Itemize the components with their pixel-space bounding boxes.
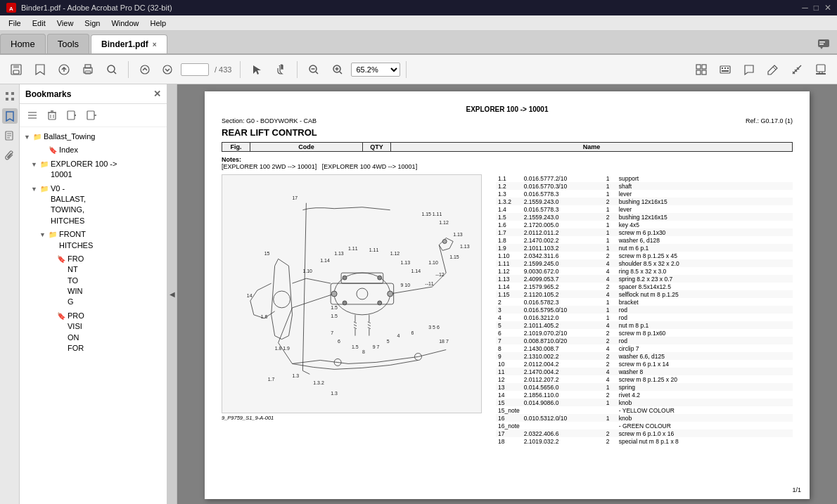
bookmark-item-provision[interactable]: 🔖 PROVISIONFOR [20, 309, 167, 356]
part-fig: 15_note [496, 406, 522, 414]
menu-window[interactable]: Window [106, 18, 144, 29]
menu-file[interactable]: File [3, 18, 27, 29]
title-text: Binder1.pdf - Adobe Acrobat Pro DC (32-b… [21, 4, 172, 12]
parts-table-row: 16 0.010.5312.0/10 1 knob [496, 414, 793, 422]
part-code: 0.014.5656.0 [522, 383, 599, 391]
tab-document[interactable]: Binder1.pdf × [91, 34, 167, 53]
measure-button[interactable] [786, 59, 807, 80]
expand-icon[interactable]: ▼ [24, 133, 31, 142]
comment-button[interactable] [739, 59, 760, 80]
menu-help[interactable]: Help [145, 18, 172, 29]
pdf-ref: Ref.: G0.17.0 (1) [746, 117, 793, 124]
select-tool-button[interactable] [246, 59, 267, 80]
window-close[interactable]: ✕ [824, 3, 831, 13]
part-fig: 1.9 [496, 244, 522, 252]
svg-rect-53 [49, 112, 56, 119]
expand-icon[interactable]: ▼ [31, 185, 38, 194]
bookmark-item-front-towing[interactable]: 🔖 FRONTTOWING [20, 252, 167, 309]
part-qty: 1 [599, 298, 617, 306]
bookmark-button[interactable] [30, 59, 51, 80]
menu-sign[interactable]: Sign [79, 18, 106, 29]
zoom-select[interactable]: 65.2%50%75%100%125%150%200% [351, 63, 400, 77]
svg-rect-58 [68, 111, 75, 119]
parts-table-row: 1.3 0.016.5778.3 1 lever [496, 190, 793, 198]
panel-collapse-button[interactable]: ◀ [167, 84, 177, 504]
keyboard-button[interactable] [715, 59, 736, 80]
sidebar-icon-bookmark[interactable] [2, 108, 18, 124]
part-code: 2.1720.005.0 [522, 221, 599, 228]
expand-icon[interactable]: ▼ [39, 231, 46, 240]
part-fig: 14 [496, 391, 522, 399]
menu-view[interactable]: View [51, 18, 79, 29]
col-code: Code [250, 143, 363, 152]
bookmark-more-btn[interactable] [83, 107, 100, 124]
search-button[interactable] [101, 59, 122, 80]
svg-text:--12: --12 [435, 272, 444, 277]
tab-close-button[interactable]: × [153, 41, 157, 49]
sidebar-icon-pages[interactable] [2, 128, 18, 143]
svg-text:18 7: 18 7 [439, 339, 449, 344]
sidebar-icon-tools[interactable] [2, 89, 18, 104]
part-qty: 1 [599, 306, 617, 314]
bookmark-delete-btn[interactable] [44, 107, 60, 124]
parts-table: 1.1 0.016.5777.2/10 1 support 1.2 0.016.… [496, 174, 793, 445]
page-down-button[interactable] [157, 59, 178, 80]
bookmark-item-explorer[interactable]: ▼ 📁 EXPLORER 100 ->10001 [20, 157, 167, 182]
window-minimize[interactable]: ─ [802, 3, 808, 13]
part-name: bushing 12x16x15 [617, 198, 793, 205]
svg-text:1.14: 1.14 [320, 258, 330, 263]
part-fig: 17 [496, 429, 522, 437]
svg-text:1.8 1.9: 1.8 1.9 [275, 346, 290, 351]
folder-icon: 📁 [40, 160, 49, 169]
pdf-content-area[interactable]: EXPLORER 100 -> 10001 Section: G0 - BODY… [177, 84, 837, 504]
zoom-in-button[interactable] [327, 59, 348, 80]
stamp-button[interactable] [810, 59, 831, 80]
part-name: special nut m 8 p.1 x 8 [617, 437, 793, 445]
print-button[interactable] [77, 59, 98, 80]
upload-button[interactable] [53, 59, 75, 80]
expand-icon[interactable]: ▼ [31, 160, 38, 169]
part-name: spacer 8.5x14x12.5 [617, 283, 793, 290]
sidebar-icon-attachments[interactable] [2, 148, 18, 163]
window-maximize[interactable]: □ [814, 3, 819, 13]
part-name: rivet 4.2 [617, 391, 793, 399]
bookmark-close-button[interactable]: ✕ [153, 89, 161, 99]
parts-table-row: 8 2.1430.008.7 4 circlip 7 [496, 344, 793, 352]
view-mode-button[interactable] [691, 59, 712, 80]
part-qty: 2 [599, 437, 617, 445]
bookmark-add-btn[interactable] [63, 107, 80, 124]
part-code: 2.1019.070.2/10 [522, 329, 599, 337]
menu-edit[interactable]: Edit [27, 18, 51, 29]
bookmark-item-index[interactable]: 🔖 Index [20, 143, 167, 157]
bookmark-item-ballast[interactable]: ▼ 📁 Ballast_Towing [20, 130, 167, 143]
parts-table-row: 1.1 0.016.5777.2/10 1 support [496, 174, 793, 182]
tab-home[interactable]: Home [0, 34, 46, 53]
chat-icon-button[interactable] [810, 35, 837, 53]
expand-icon [48, 312, 55, 321]
part-code: 0.016.5770.3/10 [522, 182, 599, 190]
svg-rect-26 [696, 70, 701, 75]
part-name: ring 8.5 x 32 x 3.0 [617, 267, 793, 275]
zoom-out-button[interactable] [303, 59, 324, 80]
tab-tools[interactable]: Tools [47, 34, 89, 53]
part-fig: 1.14 [496, 283, 522, 290]
save-button[interactable] [6, 59, 27, 80]
part-code: 0.016.5778.3 [522, 205, 599, 213]
bookmark-item-v0[interactable]: ▼ 📁 V0 -BALLAST,TOWING,HITCHES [20, 182, 167, 228]
part-name: support [617, 174, 793, 182]
part-name: key 4x5 [617, 221, 793, 228]
pen-button[interactable] [762, 59, 784, 80]
svg-point-79 [378, 301, 382, 305]
hand-tool-button[interactable] [270, 59, 291, 80]
page-number-input[interactable]: 117 [181, 63, 209, 76]
part-code: 2.1120.105.2 [522, 290, 599, 298]
parts-table-area: 1.1 0.016.5777.2/10 1 support 1.2 0.016.… [496, 174, 793, 445]
page-up-button[interactable] [134, 59, 155, 80]
part-name: screw m 6 p.1x30 [617, 228, 793, 236]
bookmark-list-btn[interactable] [24, 107, 41, 124]
part-code: 2.1559.243.0 [522, 198, 599, 205]
part-code: 0.016.3212.0 [522, 314, 599, 321]
part-qty: 1 [599, 399, 617, 406]
bookmark-item-front-hitches[interactable]: ▼ 📁 FRONTHITCHES [20, 228, 167, 252]
notes-section: Notes: [EXPLORER 100 2WD --> 10001] [EXP… [222, 156, 793, 170]
